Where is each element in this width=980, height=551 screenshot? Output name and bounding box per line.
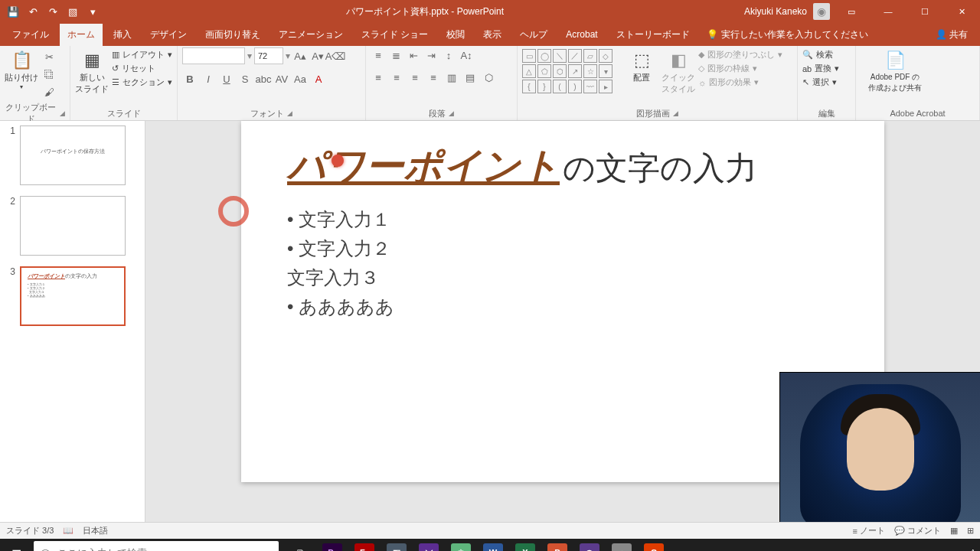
shapes-gallery[interactable]: ▭◯＼／▱◇ △⬠⬡↗☆▾ {}()〰▸ (522, 47, 622, 93)
paste-button[interactable]: 📋 貼り付け ▾ (5, 47, 38, 90)
start-button[interactable]: ⊞ (0, 539, 32, 551)
app-atom[interactable]: ⚛ (446, 539, 476, 551)
bullet-item[interactable]: 文字入力１ (287, 207, 838, 232)
reset-button[interactable]: ↺リセット (112, 63, 172, 74)
minimize-icon[interactable]: — (873, 0, 903, 23)
tab-animations[interactable]: アニメーション (271, 24, 351, 46)
align-center-button[interactable]: ≡ (389, 70, 404, 85)
shape-effects-button[interactable]: ☼図形の効果 ▾ (698, 77, 782, 88)
font-color-button[interactable]: A (311, 71, 326, 86)
dialog-launcher-icon[interactable]: ◢ (60, 109, 65, 117)
decrease-font-icon[interactable]: A▾ (310, 48, 325, 64)
font-name-combo[interactable] (182, 47, 245, 64)
italic-button[interactable]: I (201, 71, 216, 86)
tell-me-box[interactable]: 💡 実行したい作業を入力してください (707, 28, 868, 41)
justify-button[interactable]: ≡ (426, 70, 441, 85)
spell-check-icon[interactable]: 📖 (63, 526, 74, 536)
align-left-button[interactable]: ≡ (371, 70, 386, 85)
strikethrough-button[interactable]: S (237, 71, 253, 86)
bullet-item[interactable]: あああああ (287, 295, 838, 319)
format-painter-icon[interactable]: 🖌 (41, 84, 57, 99)
cut-icon[interactable]: ✂ (41, 49, 57, 64)
tab-file[interactable]: ファイル (5, 24, 57, 46)
bullet-item[interactable]: 文字入力３ (287, 266, 838, 290)
text-direction-button[interactable]: A↕ (459, 47, 474, 63)
font-size-combo[interactable]: 72 (254, 47, 283, 64)
align-right-button[interactable]: ≡ (407, 70, 423, 85)
underline-button[interactable]: U (219, 71, 234, 86)
app-filezilla[interactable]: Fz (349, 539, 380, 551)
decrease-indent-button[interactable]: ⇤ (406, 47, 421, 63)
tab-review[interactable]: 校閲 (439, 24, 472, 46)
slide-position[interactable]: スライド 3/3 (6, 525, 54, 536)
tab-acrobat[interactable]: Acrobat (558, 24, 605, 44)
select-button[interactable]: ↖選択 ▾ (802, 77, 839, 88)
bold-button[interactable]: B (182, 71, 198, 86)
columns-button[interactable]: ▥ (444, 70, 459, 85)
smartart-button[interactable]: ⬡ (481, 70, 496, 85)
new-slide-button[interactable]: ▦ 新しい スライド (75, 47, 109, 95)
language-label[interactable]: 日本語 (83, 525, 108, 536)
shape-outline-button[interactable]: ◇図形の枠線 ▾ (698, 63, 782, 74)
app-generic3[interactable]: ⌂ (606, 539, 637, 551)
app-powerpoint[interactable]: P (542, 539, 573, 551)
maximize-icon[interactable]: ☐ (910, 0, 940, 23)
char-spacing-button[interactable]: AV (274, 71, 289, 86)
slide-body[interactable]: 文字入力１文字入力２文字入力３あああああ (287, 207, 838, 319)
arrange-button[interactable]: ⬚ 配置 (625, 47, 658, 83)
tab-transitions[interactable]: 画面切り替え (198, 24, 268, 46)
tray-up-icon[interactable]: ˄ (971, 549, 975, 552)
tab-insert[interactable]: 挿入 (106, 24, 139, 46)
ribbon-display-options-icon[interactable]: ▭ (836, 0, 867, 23)
shadow-button[interactable]: abc (256, 71, 271, 86)
change-case-button[interactable]: Aa (292, 71, 308, 86)
increase-font-icon[interactable]: A▴ (292, 48, 308, 64)
shape-fill-button[interactable]: ◆図形の塗りつぶし ▾ (698, 49, 782, 60)
bullets-button[interactable]: ≡ (371, 47, 386, 63)
slide-title[interactable]: パワーポイント の文字の入力 (287, 141, 838, 192)
app-excel[interactable]: X (510, 539, 541, 551)
save-icon[interactable]: 💾 (6, 5, 20, 18)
app-premiere[interactable]: Pr (317, 539, 348, 551)
normal-view-icon[interactable]: ▦ (950, 526, 958, 536)
tab-design[interactable]: デザイン (142, 24, 194, 46)
tab-view[interactable]: 表示 (475, 24, 509, 46)
increase-indent-button[interactable]: ⇥ (423, 47, 439, 63)
layout-button[interactable]: ▥レイアウト ▾ (112, 49, 172, 60)
thumbnail-2[interactable]: 2 (5, 196, 140, 256)
tab-home[interactable]: ホーム (60, 24, 103, 46)
tab-help[interactable]: ヘルプ (512, 24, 555, 46)
user-avatar-icon[interactable]: ◉ (813, 3, 830, 20)
slideshow-from-start-icon[interactable]: ▧ (66, 5, 80, 18)
align-text-button[interactable]: ▤ (462, 70, 478, 85)
line-spacing-button[interactable]: ↕ (441, 47, 456, 63)
task-view-icon[interactable]: ⧉ (285, 539, 315, 551)
section-button[interactable]: ☰セクション ▾ (112, 77, 172, 88)
copy-icon[interactable]: ⿻ (41, 67, 57, 82)
system-tray[interactable]: ˄ (971, 549, 980, 552)
redo-icon[interactable]: ↷ (46, 5, 60, 18)
close-icon[interactable]: ✕ (946, 0, 977, 23)
app-generic1[interactable]: ◧ (381, 539, 412, 551)
replace-button[interactable]: ab置換 ▾ (802, 63, 839, 74)
qat-dropdown-icon[interactable]: ▾ (86, 5, 100, 18)
tab-storyboard[interactable]: ストーリーボード (609, 24, 697, 46)
dialog-launcher-icon[interactable]: ◢ (673, 109, 678, 117)
share-button[interactable]: 👤 共有 (928, 25, 975, 44)
dialog-launcher-icon[interactable]: ◢ (287, 109, 292, 117)
comments-button[interactable]: 💬 コメント (894, 525, 941, 536)
create-pdf-button[interactable]: 📄 Adobe PDF の 作成および共有 (861, 47, 929, 93)
numbering-button[interactable]: ≣ (388, 47, 403, 63)
undo-icon[interactable]: ↶ (26, 5, 40, 18)
thumbnail-1[interactable]: 1 パワーポイントの保存方法 (5, 126, 140, 185)
taskbar-search[interactable]: ◯ ここに入力して検索 (34, 541, 279, 551)
slide-thumbnail-panel[interactable]: 1 パワーポイントの保存方法 2 3 パワーポイントの文字の入力 • 文字入力１… (0, 121, 145, 522)
tab-slideshow[interactable]: スライド ショー (354, 24, 436, 46)
app-generic2[interactable]: ◐ (574, 539, 605, 551)
thumbnail-3[interactable]: 3 パワーポイントの文字の入力 • 文字入力１• 文字入力２ 文字入力３• ああ… (5, 266, 140, 326)
quick-styles-button[interactable]: ◧ クイック スタイル (662, 47, 695, 95)
slide-sorter-icon[interactable]: ⊞ (967, 526, 974, 536)
dialog-launcher-icon[interactable]: ◢ (449, 109, 454, 117)
notes-button[interactable]: ≡ ノート (853, 525, 885, 536)
clear-formatting-icon[interactable]: A⌫ (328, 48, 343, 64)
